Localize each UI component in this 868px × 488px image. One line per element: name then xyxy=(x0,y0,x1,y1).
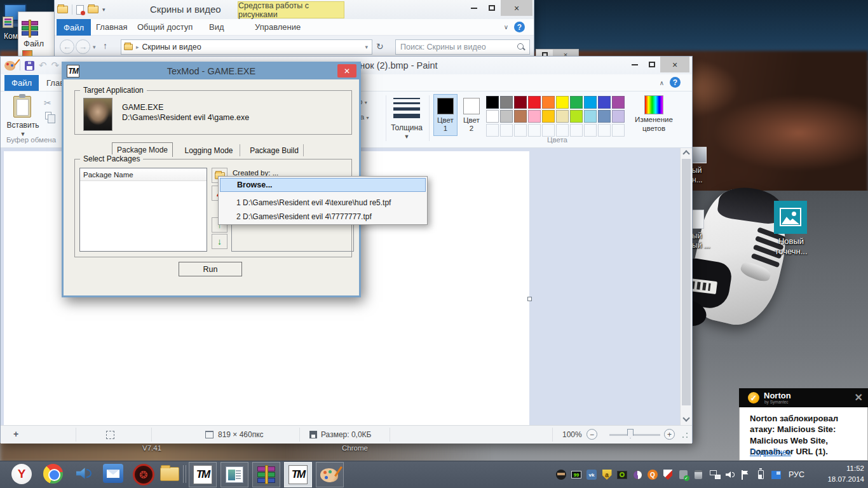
recent-locations-icon[interactable]: ▾ xyxy=(93,44,96,50)
vertical-scrollbar[interactable] xyxy=(680,148,692,425)
thickness-dropdown-icon[interactable]: ▼ xyxy=(387,133,426,140)
address-bar[interactable]: ▸ Скрины и видео ▾ xyxy=(121,39,372,55)
tray-usb-safe-remove-icon[interactable] xyxy=(677,469,689,480)
tray-vk-icon[interactable]: vk xyxy=(586,469,597,480)
menu-item-recent-1[interactable]: 1 D:\Games\Resident evil 4\texure\hud re… xyxy=(220,196,426,209)
tray-battery-icon[interactable] xyxy=(755,469,766,480)
package-list-header[interactable]: Package Name xyxy=(80,168,207,181)
redo-icon[interactable]: ↷ xyxy=(51,60,60,71)
edit-colors-button[interactable]: Изменение цветов xyxy=(631,93,677,144)
palette-empty-swatch[interactable] xyxy=(514,124,527,137)
paint-tab-file[interactable]: Файл xyxy=(4,75,39,91)
package-list[interactable]: Package Name xyxy=(79,168,207,252)
texmod-close-button[interactable]: ✕ xyxy=(337,64,356,78)
thickness-button[interactable]: Толщина ▼ xyxy=(387,92,426,146)
palette-swatch[interactable] xyxy=(584,96,597,109)
palette-empty-swatch[interactable] xyxy=(500,124,513,137)
paint-minimize-button[interactable] xyxy=(626,57,643,72)
tab-package-build[interactable]: Package Build xyxy=(245,144,304,156)
palette-swatch[interactable] xyxy=(500,110,513,123)
zoom-in-button[interactable]: + xyxy=(664,429,675,440)
zoom-out-button[interactable]: − xyxy=(587,429,597,440)
palette-swatch[interactable] xyxy=(486,96,499,109)
norton-close-icon[interactable]: ✕ xyxy=(855,391,863,403)
run-button[interactable]: Run xyxy=(179,262,242,276)
tray-ninja-icon[interactable] xyxy=(555,469,567,480)
tray-device-icon[interactable] xyxy=(693,469,704,480)
explorer-tab-share[interactable]: Общий доступ xyxy=(137,22,193,32)
help-icon[interactable]: ? xyxy=(514,22,525,32)
taskbar-yandex-browser-icon[interactable]: Y xyxy=(11,464,32,484)
new-folder-icon[interactable] xyxy=(88,6,98,13)
palette-swatch[interactable] xyxy=(570,96,583,109)
paint-maximize-button[interactable] xyxy=(643,57,660,72)
tray-purple-circle-icon[interactable] xyxy=(632,469,643,480)
paint-help-icon[interactable]: ? xyxy=(670,77,681,88)
taskbar-texmod-button-1[interactable]: TM xyxy=(189,462,217,487)
taskbar-viewer-button[interactable] xyxy=(220,462,248,487)
winrar-file-menu[interactable]: Файл xyxy=(24,39,44,48)
forward-button[interactable]: → xyxy=(76,39,90,54)
taskbar-clock[interactable]: 11:52 18.07.2014 xyxy=(812,463,867,484)
explorer-tab-home[interactable]: Главная xyxy=(96,22,127,32)
palette-swatch[interactable] xyxy=(598,110,611,123)
taskbar-volume-app-icon[interactable] xyxy=(74,464,93,483)
palette-empty-swatch[interactable] xyxy=(598,124,611,137)
norton-details-link[interactable]: Подробнее xyxy=(750,448,791,457)
palette-empty-swatch[interactable] xyxy=(528,124,541,137)
tray-avira-shield-icon[interactable]: a xyxy=(601,469,613,480)
refresh-icon[interactable]: ↻ xyxy=(376,41,384,51)
scroll-up-icon[interactable] xyxy=(682,150,689,157)
address-dropdown-icon[interactable]: ▾ xyxy=(365,44,368,50)
palette-swatch[interactable] xyxy=(528,110,541,123)
taskbar-winrar-button[interactable] xyxy=(252,462,280,487)
palette-empty-swatch[interactable] xyxy=(556,124,569,137)
paint-logo-icon[interactable] xyxy=(4,61,15,71)
palette-empty-swatch[interactable] xyxy=(486,124,499,137)
palette-empty-swatch[interactable] xyxy=(584,124,597,137)
taskbar-game-emblem-icon[interactable]: ❂ xyxy=(133,464,154,485)
explorer-tab-view[interactable]: Вид xyxy=(209,22,224,32)
palette-swatch[interactable] xyxy=(514,96,527,109)
up-button[interactable]: ↑ xyxy=(103,41,107,51)
zoom-slider-track[interactable] xyxy=(609,434,660,436)
tray-red-shield-icon[interactable] xyxy=(662,469,674,480)
palette-swatch[interactable] xyxy=(542,110,555,123)
tray-nvidia-icon[interactable] xyxy=(616,469,628,480)
palette-swatch[interactable] xyxy=(584,110,597,123)
tray-orange-circle-icon[interactable]: Q xyxy=(647,469,658,480)
qat-dropdown-icon[interactable]: ▾ xyxy=(102,6,105,13)
scrollbar-thumb[interactable] xyxy=(682,159,691,405)
palette-swatch[interactable] xyxy=(528,96,541,109)
taskbar-explorer-icon[interactable] xyxy=(159,464,180,484)
palette-swatch[interactable] xyxy=(612,110,625,123)
ribbon-expand-icon[interactable]: ∨ xyxy=(504,24,508,30)
save-icon[interactable] xyxy=(25,61,34,71)
explorer-minimize-button[interactable] xyxy=(465,0,483,16)
search-icon[interactable] xyxy=(517,43,526,51)
palette-swatch[interactable] xyxy=(514,110,527,123)
palette-swatch[interactable] xyxy=(556,96,569,109)
taskbar-texmod-button-active[interactable]: TM xyxy=(284,462,312,487)
tray-window-icon[interactable] xyxy=(770,469,782,480)
palette-empty-swatch[interactable] xyxy=(612,124,625,137)
search-input[interactable]: Поиск: Скрины и видео xyxy=(395,39,530,55)
palette-swatch[interactable] xyxy=(598,96,611,109)
tab-logging-mode[interactable]: Logging Mode xyxy=(178,144,240,156)
picture-tools-badge[interactable]: Средства работы с рисунками xyxy=(238,1,344,18)
language-indicator[interactable]: РУС xyxy=(789,470,804,479)
palette-swatch[interactable] xyxy=(570,110,583,123)
palette-swatch[interactable] xyxy=(500,96,513,109)
menu-item-browse[interactable]: Browse... xyxy=(220,178,426,192)
tray-action-center-flag-icon[interactable] xyxy=(740,469,751,480)
color2-button[interactable]: Цвет2 xyxy=(459,94,484,136)
explorer-tab-file[interactable]: Файл xyxy=(57,19,91,36)
move-down-button[interactable]: ↓ xyxy=(212,234,227,249)
menu-item-recent-2[interactable]: 2 D:\Games\Resident evil 4\7777777.tpf xyxy=(220,210,426,223)
explorer-tab-manage[interactable]: Управление xyxy=(255,22,301,32)
paint-close-button[interactable]: × xyxy=(660,57,689,72)
properties-icon[interactable] xyxy=(76,5,84,15)
cut-icon[interactable]: ✂ xyxy=(44,98,51,108)
taskbar-paint-button[interactable] xyxy=(316,462,344,487)
palette-swatch[interactable] xyxy=(556,110,569,123)
